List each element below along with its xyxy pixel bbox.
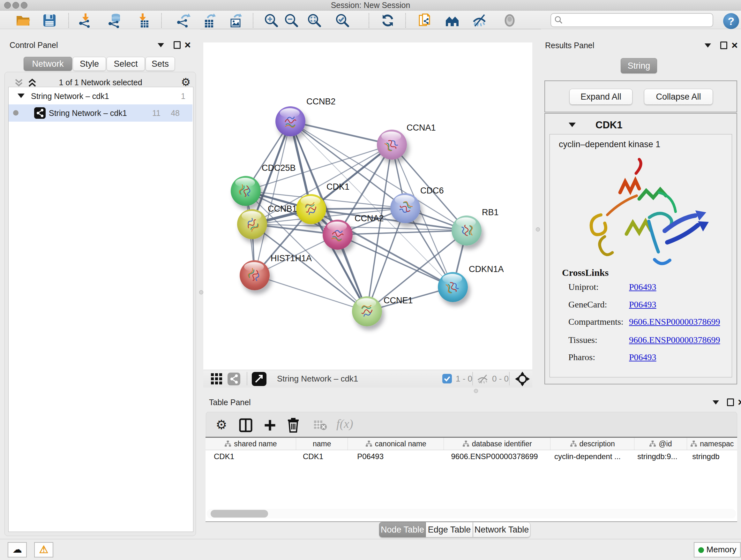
warnings-button[interactable]: ⚠ bbox=[34, 542, 53, 557]
control-panel-collapse-icon[interactable] bbox=[158, 43, 164, 47]
network-node-cdc6[interactable] bbox=[390, 193, 420, 223]
results-panel-title: Results Panel bbox=[545, 41, 594, 50]
show-glass-eye-icon[interactable] bbox=[502, 13, 517, 28]
column-header[interactable]: name bbox=[296, 438, 348, 450]
zoom-out-icon[interactable] bbox=[284, 13, 299, 28]
network-node-ccnb2[interactable] bbox=[275, 106, 306, 136]
search-input[interactable] bbox=[565, 14, 710, 25]
zoom-selected-icon[interactable] bbox=[335, 13, 350, 28]
node-label-cdc6: CDC6 bbox=[420, 186, 444, 196]
tab-sets[interactable]: Sets bbox=[145, 57, 175, 71]
add-column-icon[interactable] bbox=[263, 418, 277, 433]
network-node-cdk1[interactable] bbox=[296, 194, 326, 224]
right-splitter-grip[interactable] bbox=[536, 227, 540, 232]
clone-network-icon[interactable] bbox=[417, 13, 432, 28]
column-header[interactable]: description bbox=[550, 438, 634, 450]
network-canvas[interactable]: CCNB2CCNA1CDC25BCDK1CDC6RB1CCNB1CCNA2CDK… bbox=[203, 43, 532, 370]
network-node-ccnb1[interactable] bbox=[237, 209, 267, 239]
left-splitter-grip[interactable] bbox=[199, 290, 203, 294]
open-in-new-window-icon[interactable] bbox=[252, 372, 266, 386]
scrollbar-thumb[interactable] bbox=[211, 510, 268, 517]
crosslink-tissues-link[interactable]: 9606.ENSP00000378699 bbox=[629, 335, 720, 345]
expand-all-button[interactable]: Expand All bbox=[569, 89, 632, 105]
toolbar-separator bbox=[405, 13, 406, 28]
table-panel-close-icon[interactable]: × bbox=[738, 398, 741, 406]
network-row[interactable]: String Network – cdk1 11 48 bbox=[9, 105, 192, 122]
crosslink-compartments-link[interactable]: 9606.ENSP00000378699 bbox=[629, 317, 720, 327]
table-horizontal-scrollbar[interactable] bbox=[207, 509, 736, 518]
crosslink-genecard-link[interactable]: P06493 bbox=[629, 300, 657, 310]
network-collection-row[interactable]: String Network – cdk1 1 bbox=[9, 88, 192, 105]
attribute-icon bbox=[365, 440, 373, 447]
export-network-icon[interactable] bbox=[176, 13, 191, 28]
network-node-cdkn1a[interactable] bbox=[438, 272, 468, 302]
tab-network[interactable]: Network bbox=[23, 57, 72, 71]
collapse-all-button[interactable]: Collapse All bbox=[644, 89, 713, 105]
expand-all-icon[interactable] bbox=[27, 78, 37, 87]
title-bar: Session: New Session bbox=[0, 0, 741, 10]
import-database-icon[interactable] bbox=[108, 13, 123, 28]
refresh-icon[interactable] bbox=[380, 13, 395, 28]
network-node-hist1h1a[interactable] bbox=[240, 260, 270, 290]
results-panel-float-icon[interactable] bbox=[720, 42, 727, 49]
crosslink-uniprot-link[interactable]: P06493 bbox=[629, 282, 657, 292]
delete-column-icon[interactable] bbox=[286, 417, 300, 433]
column-header[interactable]: namespac bbox=[687, 438, 737, 450]
results-panel-close-icon[interactable]: × bbox=[731, 41, 738, 49]
birdseye-navigator-icon[interactable] bbox=[515, 371, 530, 387]
protein-detail-box: cyclin–dependent kinase 1 bbox=[549, 134, 732, 377]
search-field[interactable] bbox=[550, 13, 713, 27]
node-label-cdk1: CDK1 bbox=[327, 182, 349, 192]
table-row[interactable]: CDK1 CDK1 P06493 9606.ENSP00000378699 cy… bbox=[205, 450, 737, 463]
column-header[interactable]: canonical name bbox=[348, 438, 444, 450]
tab-style[interactable]: Style bbox=[73, 57, 106, 71]
column-header[interactable]: shared name bbox=[205, 438, 296, 450]
column-header[interactable]: database identifier bbox=[444, 438, 550, 450]
show-columns-icon[interactable] bbox=[239, 418, 253, 433]
share-view-icon[interactable] bbox=[227, 373, 240, 385]
network-node-ccne1[interactable] bbox=[352, 296, 382, 326]
tab-select[interactable]: Select bbox=[107, 57, 145, 71]
selected-checkbox-icon[interactable] bbox=[442, 374, 452, 383]
tab-edge-table[interactable]: Edge Table bbox=[426, 522, 473, 537]
grid-view-icon[interactable] bbox=[211, 373, 223, 385]
network-node-ccna1[interactable] bbox=[377, 130, 407, 160]
help-button[interactable]: ? bbox=[723, 13, 739, 29]
hide-glass-eye-icon[interactable] bbox=[472, 13, 487, 28]
export-table-icon[interactable] bbox=[202, 13, 217, 28]
collapse-all-icon[interactable] bbox=[14, 78, 24, 87]
tab-string[interactable]: String bbox=[621, 58, 657, 73]
bottom-splitter-grip[interactable] bbox=[474, 389, 478, 393]
network-node-cdc25b[interactable] bbox=[231, 176, 261, 206]
open-session-icon[interactable] bbox=[15, 13, 30, 28]
crosslink-pharos-link[interactable]: P06493 bbox=[629, 352, 657, 362]
table-panel-collapse-icon[interactable] bbox=[713, 400, 719, 405]
control-panel-float-icon[interactable] bbox=[174, 41, 181, 49]
import-network-icon[interactable] bbox=[78, 13, 93, 28]
save-session-icon[interactable] bbox=[42, 13, 57, 28]
tab-network-table[interactable]: Network Table bbox=[473, 522, 530, 537]
protein-expander-icon[interactable] bbox=[569, 123, 576, 127]
column-header[interactable]: @id bbox=[634, 438, 687, 450]
delete-table-icon bbox=[313, 419, 327, 431]
table-options-gear-icon[interactable]: ⚙ bbox=[216, 419, 227, 430]
node-label-ccna1: CCNA1 bbox=[407, 123, 436, 133]
protein-ribbon-thumbnail bbox=[281, 112, 300, 131]
import-table-icon[interactable] bbox=[135, 13, 150, 28]
results-panel-collapse-icon[interactable] bbox=[704, 44, 711, 48]
export-image-icon[interactable] bbox=[228, 13, 243, 28]
network-node-rb1[interactable] bbox=[452, 215, 482, 246]
memory-button[interactable]: Memory bbox=[694, 542, 741, 557]
network-options-gear-icon[interactable]: ⚙ bbox=[181, 77, 191, 87]
string-home-icon[interactable] bbox=[445, 13, 460, 28]
crosslink-label: Pharos: bbox=[568, 352, 595, 362]
tab-node-table[interactable]: Node Table bbox=[379, 522, 426, 537]
collection-expander-icon[interactable] bbox=[17, 94, 24, 98]
zoom-fit-icon[interactable] bbox=[307, 13, 322, 28]
zoom-in-icon[interactable] bbox=[264, 13, 279, 28]
control-panel-close-icon[interactable]: × bbox=[185, 41, 191, 49]
table-panel-float-icon[interactable] bbox=[727, 398, 734, 406]
warning-icon: ⚠ bbox=[39, 544, 49, 555]
network-node-ccna2[interactable] bbox=[323, 220, 353, 250]
automation-cloud-button[interactable]: ☁ bbox=[8, 542, 27, 557]
